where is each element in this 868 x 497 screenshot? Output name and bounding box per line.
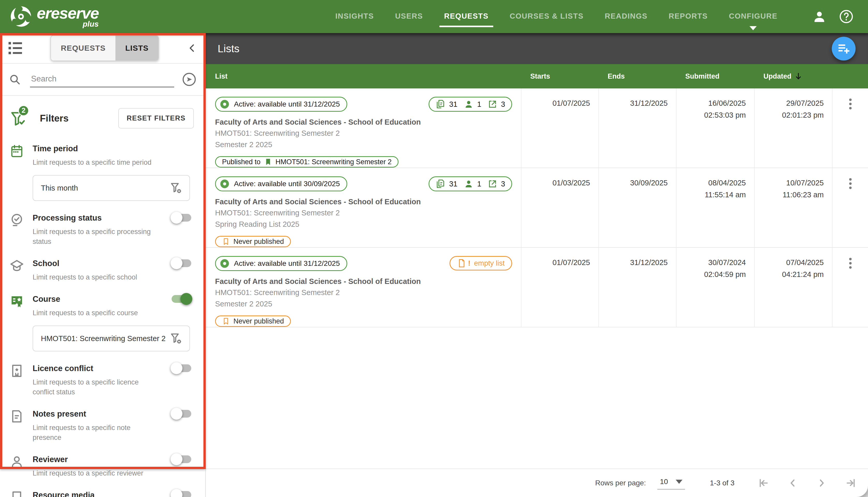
students-count-icon	[464, 179, 473, 189]
note-document-icon	[10, 409, 32, 442]
nav-item-insights[interactable]: INSIGHTS	[334, 4, 375, 29]
column-header-ends[interactable]: Ends	[598, 72, 676, 81]
lists-header-bar: Lists	[206, 33, 868, 64]
ends-cell: 31/12/2025	[598, 248, 676, 327]
content-area: REQUESTS LISTS	[0, 33, 868, 497]
filter-settings-icon[interactable]	[169, 181, 183, 195]
filter-title: Course	[32, 295, 190, 304]
last-page-icon[interactable]	[845, 477, 857, 489]
status-check-icon	[10, 213, 32, 246]
never-published-badge: Never published	[215, 315, 291, 327]
bookmark-outline-icon	[222, 238, 230, 245]
filter-description: Limit requests to a specific processing …	[32, 227, 160, 246]
column-header-updated[interactable]: Updated	[754, 72, 832, 81]
submit-search-icon[interactable]	[182, 72, 196, 87]
calendar-icon	[10, 144, 32, 201]
filter-description: Limit requests to a specific course	[32, 308, 190, 318]
filter-title: Time period	[32, 144, 190, 153]
updated-cell: 10/07/202511:06:23 am	[754, 168, 832, 247]
time-period-select[interactable]: This month	[32, 175, 190, 201]
nav-item-courses-lists[interactable]: COURSES & LISTS	[508, 4, 585, 29]
table-row[interactable]: Active: available until 31/12/2025 ! emp…	[206, 248, 868, 327]
reviewer-person-icon	[10, 455, 32, 478]
pagination-controls	[758, 477, 857, 489]
empty-page-icon	[457, 259, 466, 268]
nav-item-readings[interactable]: READINGS	[603, 4, 649, 29]
filter-processing-status: Processing status Limit requests to a sp…	[10, 213, 194, 246]
bookmark-icon	[264, 158, 272, 166]
rows-per-page-select[interactable]: 10	[657, 477, 685, 489]
list-cell: Active: available until 31/12/2025 ! emp…	[206, 248, 521, 327]
course-value: HMOT501: Screenwriting Semester 2	[41, 335, 166, 343]
reviewer-toggle[interactable]	[171, 455, 191, 463]
list-cell: Active: available until 30/09/2025 31 1	[206, 168, 521, 247]
list-name: Semester 2 2025	[215, 298, 272, 309]
tab-requests[interactable]: REQUESTS	[51, 36, 115, 60]
brand-wordmark: ereserve plus	[37, 5, 99, 28]
active-filter-count-badge: 2	[18, 105, 29, 116]
column-header-list[interactable]: List	[206, 72, 521, 81]
next-page-icon[interactable]	[816, 477, 828, 489]
nav-item-reports[interactable]: REPORTS	[667, 4, 709, 29]
time-period-value: This month	[41, 184, 78, 193]
filter-resource-media: Resource media Limit requests to physica…	[10, 491, 194, 497]
students-count-icon	[464, 99, 473, 109]
tab-lists[interactable]: LISTS	[115, 36, 159, 60]
filter-title: Processing status	[32, 213, 160, 223]
starts-cell: 01/07/2025	[521, 88, 598, 168]
row-actions-cell	[832, 168, 868, 247]
filter-settings-icon[interactable]	[169, 332, 183, 345]
links-count-icon	[487, 99, 497, 109]
account-button[interactable]	[812, 9, 827, 24]
top-nav-bar: ereserve plus INSIGHTS USERS REQUESTS CO…	[0, 0, 868, 33]
page-title: Lists	[218, 43, 239, 55]
status-badge: Active: available until 30/09/2025	[215, 176, 347, 191]
filter-reviewer: Reviewer Limit requests to a specific re…	[10, 455, 194, 478]
primary-nav: INSIGHTS USERS REQUESTS COURSES & LISTS …	[334, 4, 779, 29]
empty-list-badge: ! empty list	[450, 256, 512, 270]
row-menu-icon[interactable]	[845, 97, 856, 111]
add-list-button[interactable]	[832, 37, 856, 60]
starts-cell: 01/03/2025	[521, 168, 598, 247]
nav-item-requests[interactable]: REQUESTS	[443, 4, 490, 29]
course-toggle[interactable]	[171, 295, 191, 303]
playlist-add-icon	[838, 42, 850, 55]
row-menu-icon[interactable]	[845, 256, 856, 270]
collapse-sidebar-icon[interactable]	[187, 43, 197, 54]
filters-header: 2 Filters RESET FILTERS	[10, 108, 194, 128]
school-toggle[interactable]	[171, 259, 191, 267]
licence-icon	[10, 364, 32, 397]
notes-present-toggle[interactable]	[171, 410, 191, 417]
brand-logo[interactable]: ereserve plus	[10, 5, 99, 28]
row-actions-cell	[832, 88, 868, 168]
licence-conflict-toggle[interactable]	[171, 364, 191, 372]
previous-page-icon[interactable]	[787, 477, 799, 489]
status-badge: Active: available until 31/12/2025	[215, 256, 347, 271]
nav-item-configure[interactable]: CONFIGURE	[728, 4, 779, 29]
starts-cell: 01/07/2025	[521, 248, 598, 327]
course-select[interactable]: HMOT501: Screenwriting Semester 2	[32, 326, 190, 352]
row-menu-icon[interactable]	[845, 177, 856, 190]
resource-media-toggle[interactable]	[171, 491, 191, 497]
readings-count-icon	[436, 179, 445, 189]
course-award-icon	[10, 295, 32, 352]
lists-main-panel: Lists List Starts Ends Submitted Updated	[206, 33, 868, 497]
view-list-icon[interactable]	[8, 41, 23, 55]
table-row[interactable]: Active: available until 31/12/2025 31 1	[206, 88, 868, 168]
column-header-submitted[interactable]: Submitted	[676, 72, 754, 81]
nav-item-users[interactable]: USERS	[394, 4, 424, 29]
active-dot-icon	[219, 258, 230, 269]
column-header-starts[interactable]: Starts	[521, 72, 598, 81]
table-row[interactable]: Active: available until 30/09/2025 31 1	[206, 168, 868, 248]
row-actions-cell	[832, 248, 868, 327]
reset-filters-button[interactable]: RESET FILTERS	[118, 108, 194, 128]
sort-descending-icon	[794, 72, 803, 81]
search-icon	[9, 73, 21, 85]
search-input[interactable]	[30, 72, 174, 87]
processing-status-toggle[interactable]	[171, 214, 191, 222]
first-page-icon[interactable]	[758, 477, 770, 489]
filter-title: Notes present	[32, 409, 160, 418]
filter-school: School Limit requests to a specific scho…	[10, 259, 194, 282]
help-button[interactable]	[839, 9, 854, 24]
faculty-name: Faculty of Arts and Social Sciences - Sc…	[215, 117, 421, 127]
